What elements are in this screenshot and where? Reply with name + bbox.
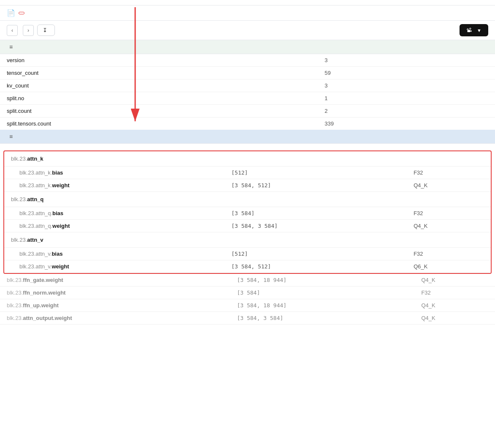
tensor-child-row: blk.23.attn_q.weight [3 584, 3 584] Q4_K xyxy=(4,220,491,232)
tensor-group-row: blk.23.attn_k xyxy=(4,151,491,167)
metadata-row: split.no 1 xyxy=(0,92,495,105)
tensor-name: blk.23.attn_k.weight xyxy=(4,179,225,192)
tensor-name: blk.23.ffn_gate.weight xyxy=(0,274,230,287)
tensor-group-row: blk.23.attn_q xyxy=(4,192,491,207)
tensor-name: blk.23.ffn_up.weight xyxy=(0,299,230,312)
chevron-down-icon: ▼ xyxy=(477,28,481,33)
metadata-value: 1 xyxy=(305,92,495,105)
metadata-row: split.count 2 xyxy=(0,105,495,117)
tensor-child-row: blk.23.attn_k.bias [512] F32 xyxy=(4,167,491,179)
tensor-precision: Q6_K xyxy=(407,260,491,273)
nav-prev-button[interactable]: ‹ xyxy=(7,25,18,36)
metadata-row: split.tensors.count 339 xyxy=(0,117,495,130)
tensor-precision: F32 xyxy=(414,287,495,299)
tensor-child-row: blk.23.attn_v.weight [3 584, 512] Q6_K xyxy=(4,260,491,273)
tensor-child-row: blk.23.attn_k.weight [3 584, 512] Q4_K xyxy=(4,179,491,192)
toolbar: ‹ › ↧ 📽 ▼ xyxy=(0,21,495,40)
tensors-table-extra: blk.23.ffn_gate.weight [3 584, 18 944] Q… xyxy=(0,274,495,325)
metadata-value: 3 xyxy=(305,79,495,92)
shape-col-header xyxy=(131,130,313,144)
metadata-table: ≡ version 3 tensor_count 59 kv_count 3 s… xyxy=(0,40,495,130)
tensors-header-table: ≡ xyxy=(0,130,495,144)
tensor-child-row: blk.23.attn_q.bias [3 584] F32 xyxy=(4,207,491,220)
metadata-key: split.tensors.count xyxy=(0,117,305,130)
tensor-shape: [3 584, 18 944] xyxy=(230,299,414,312)
tensor-precision: Q4_K xyxy=(414,299,495,312)
value-col-header xyxy=(305,40,495,54)
tensor-shape: [3 584, 3 584] xyxy=(230,312,414,325)
tensor-name: blk.23.ffn_norm.weight xyxy=(0,287,230,299)
metadata-key: tensor_count xyxy=(0,67,305,79)
tensor-precision: Q4_K xyxy=(407,220,491,232)
metadata-value: 59 xyxy=(305,67,495,79)
download-button[interactable]: ↧ xyxy=(37,25,55,36)
file-section-label xyxy=(0,0,495,5)
tensor-extra-row: blk.23.ffn_norm.weight [3 584] F32 xyxy=(0,287,495,299)
metadata-row: tensor_count 59 xyxy=(0,67,495,79)
blk-group-header xyxy=(0,144,495,150)
view-all-button[interactable] xyxy=(58,28,68,33)
tensor-extra-row: blk.23.ffn_gate.weight [3 584, 18 944] Q… xyxy=(0,274,495,287)
page-wrapper: 📄 ‹ › ↧ 📽 ▼ xyxy=(0,0,495,448)
tensor-shape: [3 584] xyxy=(225,207,407,220)
file-title-section: 📄 xyxy=(7,9,24,17)
tensor-name: blk.23.attn_v.bias xyxy=(4,248,225,260)
tensor-child-row: blk.23.attn_v.bias [512] F32 xyxy=(4,248,491,260)
tensor-name: blk.23.attn_q.weight xyxy=(4,220,225,232)
tensor-group-label: blk.23.attn_q xyxy=(4,192,491,207)
tensor-group-label: blk.23.attn_k xyxy=(4,151,491,167)
tensors-table-highlighted: blk.23.attn_k blk.23.attn_k.bias [512] F… xyxy=(4,151,491,273)
tensor-shape: [3 584, 512] xyxy=(225,179,407,192)
nav-controls: ‹ › xyxy=(7,25,34,36)
tensor-precision: Q4_K xyxy=(407,179,491,192)
metadata-row: kv_count 3 xyxy=(0,79,495,92)
file-header: 📄 xyxy=(0,5,495,21)
tensor-shape: [3 584, 512] xyxy=(225,260,407,273)
nav-next-button[interactable]: › xyxy=(23,25,34,36)
metadata-value: 3 xyxy=(305,54,495,67)
metadata-key: version xyxy=(0,54,305,67)
tensor-name: blk.23.attn_output.weight xyxy=(0,312,230,325)
tensor-shape: [3 584, 18 944] xyxy=(230,274,414,287)
tensor-shape: [512] xyxy=(225,167,407,179)
tensor-shape: [3 584] xyxy=(230,287,414,299)
use-model-button[interactable]: 📽 ▼ xyxy=(460,24,488,36)
tensor-group-label: blk.23.attn_v xyxy=(4,232,491,248)
metadata-list-icon: ≡ xyxy=(9,44,13,50)
tensors-col-header: ≡ xyxy=(0,130,131,144)
metadata-row: version 3 xyxy=(0,54,495,67)
metadata-key: split.count xyxy=(0,105,305,117)
metadata-key: split.no xyxy=(0,92,305,105)
precision-col-header xyxy=(313,130,495,144)
highlighted-tensor-box: blk.23.attn_k blk.23.attn_k.bias [512] F… xyxy=(3,150,492,274)
monitor-icon: 📽 xyxy=(466,27,472,33)
metadata-value: 339 xyxy=(305,117,495,130)
metadata-col-header: ≡ xyxy=(0,40,305,54)
download-icon: ↧ xyxy=(43,27,47,33)
tensor-shape: [3 584, 3 584] xyxy=(225,220,407,232)
tensor-name: blk.23.attn_k.bias xyxy=(4,167,225,179)
tensor-extra-row: blk.23.ffn_up.weight [3 584, 18 944] Q4_… xyxy=(0,299,495,312)
tensor-extra-row: blk.23.attn_output.weight [3 584, 3 584]… xyxy=(0,312,495,325)
tensor-name: blk.23.attn_v.weight xyxy=(4,260,225,273)
tensor-group-row: blk.23.attn_v xyxy=(4,232,491,248)
tensor-precision: F32 xyxy=(407,207,491,220)
tensor-name: blk.23.attn_q.bias xyxy=(4,207,225,220)
metadata-value: 2 xyxy=(305,105,495,117)
tensor-precision: F32 xyxy=(407,167,491,179)
file-name xyxy=(19,12,24,14)
metadata-key: kv_count xyxy=(0,79,305,92)
tensors-list-icon: ≡ xyxy=(9,133,13,140)
tensor-precision: F32 xyxy=(407,248,491,260)
tensor-precision: Q4_K xyxy=(414,274,495,287)
tensor-precision: Q4_K xyxy=(414,312,495,325)
file-icon: 📄 xyxy=(7,9,15,17)
tensor-shape: [512] xyxy=(225,248,407,260)
annotation-container: ≡ blk.23.attn_k xyxy=(0,130,495,325)
